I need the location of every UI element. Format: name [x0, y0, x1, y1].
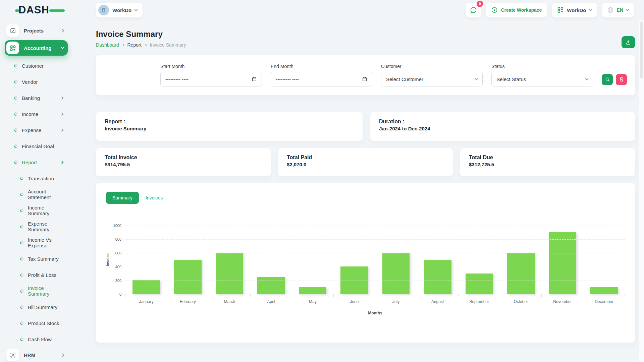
chat-bubble-icon: [470, 6, 477, 14]
bullet-icon: [20, 305, 23, 309]
sidebar-item-label: Account Statement: [28, 189, 63, 200]
customer-field: Customer Select Customer: [381, 64, 483, 86]
x-tick: [292, 294, 333, 297]
apply-filter-button[interactable]: [602, 74, 613, 85]
sidebar-item-transaction[interactable]: Transaction: [5, 170, 68, 186]
x-axis-ticks: [125, 294, 625, 297]
clipboard-check-icon: [6, 24, 19, 37]
breadcrumb-report[interactable]: Report: [127, 42, 142, 48]
bar-january: [132, 280, 160, 294]
sidebar-item-income-vs-expense[interactable]: Income Vs Expense: [5, 235, 68, 251]
sidebar-item-banking[interactable]: Banking: [5, 90, 68, 106]
sidebar-item-hrm[interactable]: HRM: [5, 347, 68, 362]
x-tick: [458, 294, 500, 297]
sidebar-item-label: Financial Goal: [22, 143, 63, 149]
bar-slot-october: [500, 226, 542, 294]
page-scrollbar[interactable]: [639, 20, 644, 362]
tab-invoices[interactable]: Invoices: [144, 192, 164, 204]
chart-plot-area: 02004006008001000: [125, 226, 625, 294]
x-label-august: August: [417, 299, 459, 304]
bullet-icon: [20, 321, 23, 325]
x-label-december: December: [583, 299, 625, 304]
sidebar-item-customer[interactable]: Customer: [5, 58, 68, 74]
sidebar-item-cash-flow[interactable]: Cash Flow: [5, 331, 68, 347]
logo-accent-left: [15, 9, 19, 12]
workspace-switcher[interactable]: WorkDo: [96, 3, 143, 17]
sidebar-item-vendor[interactable]: Vendor: [5, 74, 68, 90]
bullet-icon: [20, 257, 23, 260]
total-invoice-card: Total Invoice $314,795.5: [96, 148, 271, 176]
gridline-y-600: [125, 253, 625, 253]
sidebar-item-label: Accounting: [24, 45, 57, 51]
status-label: Status: [491, 64, 593, 69]
sidebar-item-financial-goal[interactable]: Financial Goal: [5, 138, 68, 154]
gridline-y-1000: [125, 226, 625, 226]
bullet-icon: [14, 112, 17, 116]
start-month-label: Start Month: [160, 64, 262, 69]
bar-slot-august: [417, 226, 459, 294]
bullet-icon: [14, 96, 17, 100]
sidebar-item-expense-summary[interactable]: Expense Summary: [5, 219, 68, 235]
bar-june: [340, 266, 368, 294]
total-paid-value: $2,070.0: [287, 162, 444, 167]
chart-panel: Summary Invoices Invoice 020040060080010…: [96, 183, 635, 343]
customer-selected-value: Select Customer: [386, 76, 423, 82]
sidebar-item-accounting[interactable]: Accounting: [5, 40, 68, 56]
x-label-october: October: [500, 299, 542, 304]
messages-button[interactable]: 0: [466, 3, 481, 17]
users-focus-icon: [6, 349, 19, 361]
end-month-input[interactable]: --------- ----: [271, 72, 372, 86]
x-axis-label: Months: [125, 311, 625, 315]
create-workspace-button[interactable]: Create Workspace: [486, 3, 547, 17]
invoice-bar-chart: Invoice 02004006008001000 JanuaryFebruar…: [106, 226, 625, 315]
sidebar-item-account-statement[interactable]: Account Statement: [5, 186, 68, 202]
sidebar-item-profit-loss[interactable]: Profit & Loss: [5, 267, 68, 283]
sidebar-item-label: Expense: [22, 127, 56, 133]
start-month-input[interactable]: --------- ----: [160, 72, 262, 86]
clear-filter-icon: [619, 77, 624, 82]
calendar-icon: [362, 76, 367, 82]
total-due-title: Total Due: [469, 155, 626, 161]
breadcrumb-dashboard[interactable]: Dashboard: [96, 42, 119, 48]
sidebar-item-projects[interactable]: Projects: [5, 23, 68, 38]
breadcrumb: Dashboard Report Invoice Summary: [96, 42, 635, 48]
sidebar-item-label: Projects: [24, 28, 57, 34]
workspace-menu-button[interactable]: WorkDo: [552, 3, 597, 17]
sidebar-item-income-summary[interactable]: Income Summary: [5, 202, 68, 219]
sidebar-item-bill-summary[interactable]: Bill Summary: [5, 299, 68, 315]
tab-summary[interactable]: Summary: [106, 192, 139, 204]
main-content: Invoice Summary Dashboard Report Invoice…: [96, 20, 635, 362]
sidebar-item-invoice-summary[interactable]: Invoice Summary: [5, 283, 68, 299]
y-tick-1000: 1000: [113, 224, 121, 228]
brand-logo[interactable]: DASH: [18, 4, 56, 16]
create-workspace-label: Create Workspace: [501, 7, 542, 13]
bar-september: [466, 274, 493, 294]
bullet-icon: [14, 161, 17, 164]
reset-filter-button[interactable]: [616, 74, 627, 85]
customer-select[interactable]: Select Customer: [381, 72, 483, 86]
building-icon: [101, 7, 107, 13]
sidebar-item-product-stock[interactable]: Product Stock: [5, 315, 68, 331]
sidebar-item-expense[interactable]: Expense: [5, 122, 68, 138]
language-menu-button[interactable]: EN: [602, 3, 634, 17]
sidebar-item-report[interactable]: Report: [5, 154, 68, 170]
sidebar-item-income[interactable]: Income: [5, 106, 68, 122]
total-due-value: $312,725.5: [469, 162, 626, 167]
bullet-icon: [14, 64, 17, 67]
total-invoice-value: $314,795.5: [105, 162, 262, 167]
gridline-y-800: [125, 239, 625, 240]
download-report-button[interactable]: [622, 36, 635, 48]
status-field: Status Select Status: [491, 64, 593, 86]
scrollbar-thumb[interactable]: [640, 21, 643, 78]
bullet-icon: [14, 80, 17, 83]
status-select[interactable]: Select Status: [491, 72, 593, 86]
sidebar-item-tax-summary[interactable]: Tax Summary: [5, 251, 68, 267]
sidebar-item-label: Income: [22, 111, 56, 117]
x-tick: [209, 294, 250, 297]
bar-slot-may: [292, 226, 333, 294]
chevron-down-icon: [589, 8, 592, 11]
bar-may: [299, 287, 326, 294]
report-card-title: Report :: [105, 119, 354, 125]
bar-slot-september: [459, 226, 500, 294]
chevron-right-icon: [61, 353, 64, 357]
